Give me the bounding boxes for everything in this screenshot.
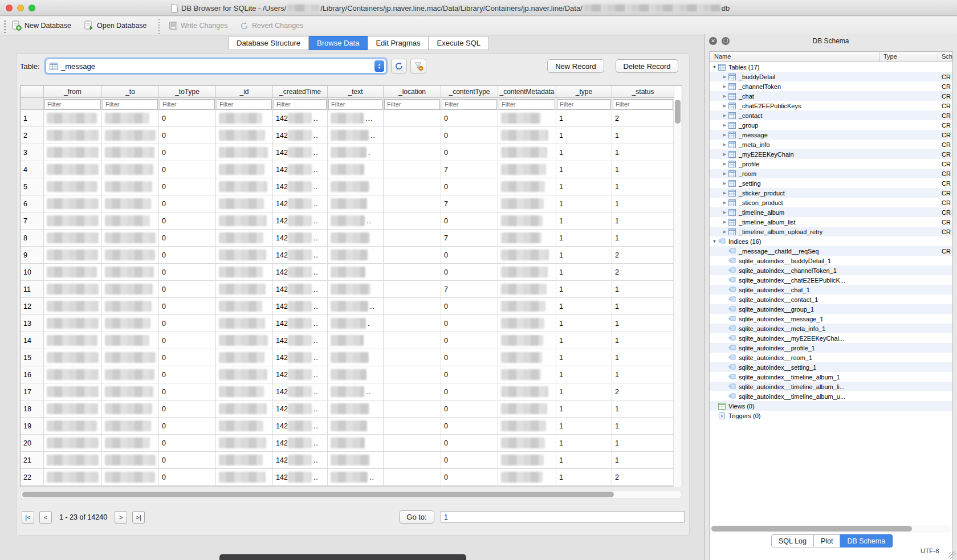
cell-_from[interactable] — [44, 315, 102, 332]
cell-_id[interactable] — [216, 400, 273, 418]
cell-_createdTime[interactable]: 142.. — [273, 298, 328, 315]
cell-_to[interactable] — [102, 281, 159, 298]
cell-_toType[interactable]: 0 — [159, 161, 216, 178]
cell-_toType[interactable]: 0 — [159, 452, 216, 469]
cell-_location[interactable] — [384, 315, 441, 332]
cell-_type[interactable]: 1 — [556, 127, 612, 144]
cell-_location[interactable] — [384, 127, 441, 144]
tree-item-index[interactable]: sqlite_autoindex__chat_1 — [710, 285, 952, 295]
cell-_location[interactable] — [384, 383, 441, 400]
disclosure-collapsed-icon[interactable]: ▶ — [722, 210, 728, 215]
cell-_from[interactable] — [44, 400, 102, 418]
column-header-_to[interactable]: _to — [102, 86, 159, 98]
cell-_id[interactable] — [216, 452, 273, 469]
cell-_contentMetadata[interactable] — [498, 435, 556, 452]
disclosure-collapsed-icon[interactable]: ▶ — [722, 84, 728, 89]
cell-_location[interactable] — [384, 452, 441, 469]
disclosure-collapsed-icon[interactable]: ▶ — [722, 220, 728, 224]
cell-_from[interactable] — [44, 264, 102, 281]
disclosure-collapsed-icon[interactable]: ▶ — [722, 230, 728, 234]
cell-_location[interactable] — [384, 195, 441, 212]
cell-_contentType[interactable]: 0 — [441, 144, 498, 161]
cell-_status[interactable]: 1 — [612, 144, 674, 161]
column-header-_type[interactable]: _type — [556, 86, 612, 98]
tree-item-table[interactable]: ▶_settingCR — [710, 178, 952, 188]
refresh-button[interactable] — [391, 59, 407, 73]
cell-_from[interactable] — [44, 469, 102, 486]
cell-_id[interactable] — [216, 195, 273, 212]
cell-_contentType[interactable]: 0 — [441, 349, 498, 366]
new-database-button[interactable]: New Database — [12, 19, 71, 32]
cell-_createdTime[interactable]: 142.. — [273, 332, 328, 349]
tree-item-index[interactable]: sqlite_autoindex__chatE2EEPublicK... — [710, 275, 952, 285]
cell-_type[interactable]: 1 — [556, 452, 612, 469]
tree-item-index[interactable]: sqlite_autoindex__setting_1 — [710, 362, 952, 372]
filter-input-_location[interactable] — [384, 99, 440, 109]
cell-_text[interactable] — [328, 281, 384, 298]
cell-_status[interactable]: 1 — [612, 178, 674, 195]
cell-_contentMetadata[interactable] — [498, 418, 556, 435]
goto-button[interactable]: Go to: — [399, 510, 434, 524]
cell-_to[interactable] — [102, 469, 159, 486]
cell-_id[interactable] — [216, 332, 273, 349]
cell-_from[interactable] — [44, 332, 102, 349]
cell-_toType[interactable]: 0 — [159, 435, 216, 452]
cell-_type[interactable]: 1 — [556, 435, 612, 452]
cell-_createdTime[interactable]: 142.. — [273, 469, 328, 486]
disclosure-collapsed-icon[interactable]: ▶ — [722, 181, 728, 186]
cell-_location[interactable] — [384, 161, 441, 178]
cell-_id[interactable] — [216, 144, 273, 161]
minimize-window-icon[interactable] — [17, 5, 24, 11]
cell-_type[interactable]: 1 — [556, 315, 612, 332]
cell-_status[interactable]: 1 — [612, 298, 674, 315]
cell-_to[interactable] — [102, 110, 159, 127]
cell-_contentType[interactable]: 0 — [441, 332, 498, 349]
cell-_from[interactable] — [44, 195, 102, 212]
cell-_text[interactable]: . — [328, 144, 384, 161]
dock-tab-plot[interactable]: Plot — [814, 534, 841, 547]
next-page-button[interactable]: > — [115, 511, 127, 524]
cell-_type[interactable]: 1 — [556, 349, 612, 366]
cell-_toType[interactable]: 0 — [159, 230, 216, 247]
cell-_toType[interactable]: 0 — [159, 178, 216, 195]
cell-_status[interactable]: 1 — [612, 161, 674, 178]
grid-vertical-scrollbar[interactable] — [673, 99, 682, 487]
cell-_to[interactable] — [102, 332, 159, 349]
cell-_location[interactable] — [384, 264, 441, 281]
cell-_contentType[interactable]: 0 — [441, 178, 498, 195]
cell-_location[interactable] — [384, 110, 441, 127]
cell-_to[interactable] — [102, 298, 159, 315]
cell-_type[interactable]: 1 — [556, 212, 612, 230]
delete-record-button[interactable]: Delete Record — [616, 59, 678, 73]
cell-_toType[interactable]: 0 — [159, 144, 216, 161]
cell-_location[interactable] — [384, 400, 441, 418]
cell-rownum[interactable]: 19 — [21, 418, 44, 435]
tree-item-table[interactable]: ▶_groupCR — [710, 120, 952, 130]
cell-_createdTime[interactable]: 142.. — [273, 366, 328, 383]
tree-item-table[interactable]: ▶_contactCR — [710, 111, 952, 120]
filter-input-_to[interactable] — [103, 99, 158, 109]
cell-_text[interactable] — [328, 452, 384, 469]
column-header-_contentMetadata[interactable]: _contentMetadata — [498, 86, 556, 98]
tab-edit-pragmas[interactable]: Edit Pragmas — [368, 36, 429, 50]
cell-_location[interactable] — [384, 212, 441, 230]
cell-_createdTime[interactable]: 142.. — [273, 230, 328, 247]
cell-_contentMetadata[interactable] — [498, 332, 556, 349]
zoom-window-icon[interactable] — [28, 5, 35, 11]
cell-_to[interactable] — [102, 315, 159, 332]
cell-_contentMetadata[interactable] — [498, 127, 556, 144]
cell-_contentMetadata[interactable] — [498, 178, 556, 195]
column-header-_contentType[interactable]: _contentType — [441, 86, 498, 98]
cell-_type[interactable]: 1 — [556, 281, 612, 298]
cell-_to[interactable] — [102, 230, 159, 247]
cell-_contentMetadata[interactable] — [498, 298, 556, 315]
cell-_createdTime[interactable]: 142.. — [273, 110, 328, 127]
filter-input-_contentMetadata[interactable] — [499, 99, 555, 109]
cell-_toType[interactable]: 0 — [159, 264, 216, 281]
filter-input-_toType[interactable] — [160, 99, 215, 109]
column-header-_toType[interactable]: _toType — [159, 86, 216, 98]
cell-_text[interactable] — [328, 178, 384, 195]
cell-_status[interactable]: 1 — [612, 230, 674, 247]
cell-_text[interactable]: .. — [328, 298, 384, 315]
cell-_type[interactable]: 1 — [556, 110, 612, 127]
